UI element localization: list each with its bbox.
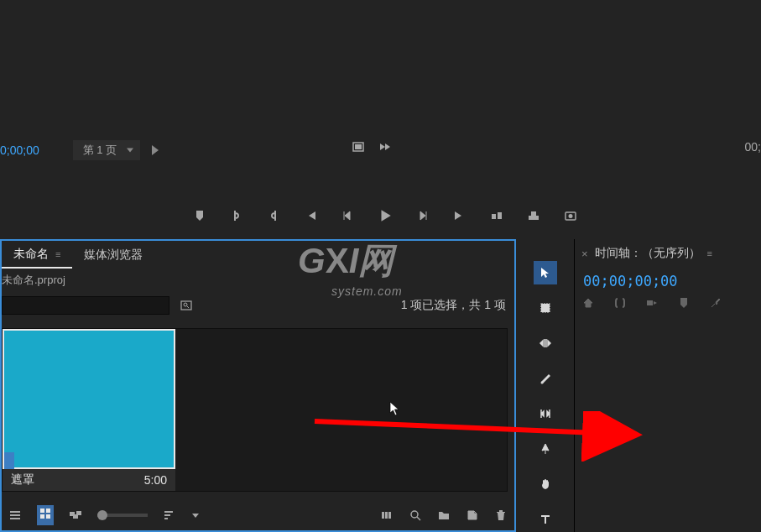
page-selector-label: 第 1 页 [83, 143, 117, 158]
svg-rect-23 [382, 512, 384, 519]
track-select-tool[interactable] [534, 296, 557, 320]
clip-thumbnail[interactable] [3, 329, 175, 469]
list-view-icon[interactable] [8, 509, 22, 522]
svg-rect-16 [46, 514, 50, 519]
svg-point-28 [540, 382, 543, 384]
source-monitor-panel: 0;00;00 第 1 页 00; [0, 0, 761, 237]
svg-rect-3 [498, 212, 502, 219]
automate-icon[interactable] [380, 509, 394, 522]
snap-icon[interactable] [613, 296, 627, 310]
insert-icon[interactable] [490, 209, 503, 222]
svg-rect-19 [76, 511, 81, 515]
export-frame-icon[interactable] [564, 209, 577, 222]
tool-panel [516, 239, 575, 532]
linked-selection-icon[interactable] [645, 296, 659, 310]
out-point-icon[interactable] [267, 209, 280, 222]
pen-tool[interactable] [534, 437, 557, 461]
step-back-icon[interactable] [341, 209, 354, 222]
svg-rect-8 [181, 301, 191, 310]
svg-rect-12 [10, 518, 20, 519]
close-icon[interactable]: × [581, 248, 588, 260]
freeform-view-icon[interactable] [69, 509, 82, 522]
tab-media-browser[interactable]: 媒体浏览器 [72, 243, 154, 268]
svg-point-26 [411, 511, 418, 518]
output-icon[interactable] [378, 140, 392, 154]
clip-duration: 5:00 [144, 473, 167, 487]
transport-controls [193, 208, 577, 223]
thumbnail-zoom-slider[interactable] [97, 514, 148, 517]
find-icon[interactable] [180, 299, 193, 312]
tab-media-browser-label: 媒体浏览器 [84, 248, 143, 263]
new-bin-icon[interactable] [437, 509, 451, 522]
svg-rect-15 [40, 514, 44, 519]
clip-item[interactable]: 遮罩 5:00 [3, 329, 175, 491]
tab-project[interactable]: 未命名 ≡ [2, 242, 72, 269]
selection-tool[interactable] [534, 261, 557, 284]
razor-tool[interactable] [534, 367, 557, 390]
timeline-timecode[interactable]: 00;00;00;00 [575, 268, 761, 293]
icon-view-button[interactable] [37, 505, 54, 525]
selection-count: 1 项已选择，共 1 项 [401, 298, 506, 313]
svg-rect-1 [355, 144, 362, 149]
svg-rect-4 [529, 216, 539, 220]
play-icon[interactable] [378, 208, 393, 223]
sort-dropdown-icon[interactable] [191, 511, 200, 519]
svg-rect-10 [10, 511, 20, 513]
timeline-title: 时间轴：（无序列） [595, 246, 701, 261]
svg-rect-13 [40, 509, 44, 513]
svg-rect-21 [164, 514, 170, 516]
timeline-panel[interactable]: × 时间轴：（无序列） ≡ 00;00;00;00 [575, 239, 761, 532]
project-tabs: 未命名 ≡ 媒体浏览器 [2, 241, 514, 269]
page-selector-dropdown[interactable]: 第 1 页 [73, 140, 140, 160]
find-footer-icon[interactable] [409, 509, 422, 522]
new-item-icon[interactable] [466, 509, 479, 522]
svg-rect-25 [388, 512, 391, 519]
trash-icon[interactable] [494, 509, 508, 522]
svg-rect-14 [46, 509, 50, 513]
safe-margins-icon[interactable] [352, 140, 365, 154]
play-page-icon[interactable] [152, 145, 159, 155]
source-timecode: 0;00;00 [0, 143, 39, 157]
clip-info-bar: 遮罩 5:00 [3, 469, 175, 491]
settings-icon[interactable] [709, 296, 722, 310]
slip-tool[interactable] [534, 402, 557, 425]
bin-content[interactable]: 遮罩 5:00 [2, 328, 508, 492]
duration-timecode: 00; [745, 140, 761, 154]
monitor-aux-icons [352, 140, 392, 154]
svg-rect-22 [164, 518, 168, 519]
svg-point-7 [569, 214, 573, 218]
svg-rect-29 [647, 300, 653, 305]
marker-timeline-icon[interactable] [677, 296, 691, 310]
sort-icon[interactable] [163, 509, 176, 522]
timeline-header: × 时间轴：（无序列） ≡ [575, 239, 761, 268]
go-to-out-icon[interactable] [453, 209, 467, 222]
go-to-in-icon[interactable] [304, 209, 317, 222]
step-forward-icon[interactable] [416, 209, 430, 222]
ripple-edit-tool[interactable] [534, 331, 557, 355]
project-filename: 未命名.prproj [2, 269, 514, 291]
lower-panels: 未命名 ≡ 媒体浏览器 未命名.prproj 1 项已选择，共 1 项 遮罩 5… [0, 239, 761, 532]
tab-menu-icon[interactable]: ≡ [55, 249, 60, 259]
svg-rect-11 [10, 514, 20, 516]
project-footer-bar [2, 500, 514, 530]
svg-rect-24 [385, 512, 388, 519]
svg-rect-20 [164, 511, 173, 513]
overwrite-icon[interactable] [527, 209, 540, 222]
svg-rect-2 [492, 214, 496, 219]
svg-rect-5 [531, 211, 536, 216]
search-input[interactable] [2, 296, 169, 315]
clip-name: 遮罩 [11, 472, 34, 488]
project-panel[interactable]: 未命名 ≡ 媒体浏览器 未命名.prproj 1 项已选择，共 1 项 遮罩 5… [0, 239, 516, 532]
type-tool[interactable] [534, 508, 557, 531]
nest-icon[interactable] [581, 296, 595, 310]
project-search-row: 1 项已选择，共 1 项 [2, 291, 514, 320]
in-point-icon[interactable] [230, 209, 243, 222]
tab-project-label: 未命名 [13, 247, 49, 262]
timeline-menu-icon[interactable]: ≡ [707, 248, 712, 258]
hand-tool[interactable] [534, 472, 557, 496]
svg-point-9 [184, 303, 187, 306]
timeline-toolbar [575, 293, 761, 313]
marker-icon[interactable] [193, 209, 206, 222]
